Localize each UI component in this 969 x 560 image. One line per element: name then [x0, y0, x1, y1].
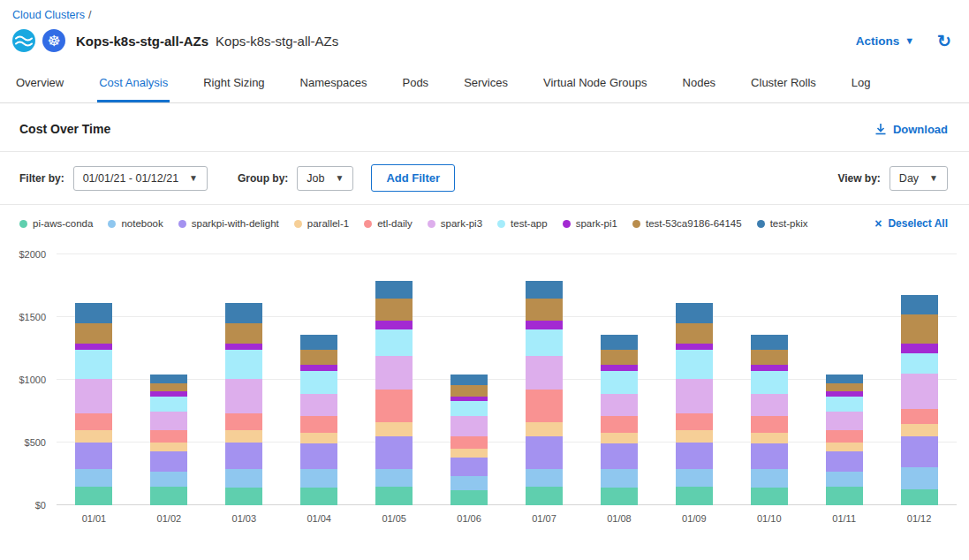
bar-segment-parallel-1[interactable]	[526, 422, 563, 436]
bar-segment-pi-aws-conda[interactable]	[375, 487, 413, 505]
bar-segment-test-pkix[interactable]	[751, 335, 788, 350]
bar-segment-spark-pi3[interactable]	[75, 379, 112, 414]
date-range-select[interactable]: 01/01/21 - 01/12/21 ▼	[73, 166, 208, 191]
legend-item-test-53ca9186-64145[interactable]: test-53ca9186-64145	[632, 218, 742, 229]
bar-segment-spark-pi1[interactable]	[375, 321, 413, 329]
bar-segment-spark-pi3[interactable]	[901, 374, 938, 409]
bar-segment-notebook[interactable]	[826, 472, 863, 487]
bar-segment-test-app[interactable]	[375, 329, 413, 356]
tab-overview[interactable]: Overview	[14, 63, 65, 102]
bar-segment-test-app[interactable]	[601, 371, 638, 394]
bar-segment-test-53ca9186-64145[interactable]	[75, 323, 112, 344]
bar-segment-parallel-1[interactable]	[300, 433, 337, 444]
bar-segment-spark-pi3[interactable]	[601, 394, 638, 417]
bar-segment-etl-daily[interactable]	[826, 430, 863, 443]
bar-segment-test-pkix[interactable]	[225, 303, 262, 323]
download-button[interactable]: Download	[874, 123, 948, 136]
legend-item-parallel-1[interactable]: parallel-1	[294, 218, 349, 229]
bar-segment-parallel-1[interactable]	[450, 449, 488, 458]
bar-segment-test-pkix[interactable]	[300, 335, 337, 350]
stacked-bar[interactable]	[75, 303, 112, 505]
tab-log[interactable]: Log	[850, 63, 873, 102]
bar-segment-parallel-1[interactable]	[901, 424, 938, 436]
bar-segment-sparkpi-with-delight[interactable]	[826, 451, 863, 472]
bar-segment-sparkpi-with-delight[interactable]	[601, 443, 638, 468]
stacked-bar[interactable]	[826, 375, 863, 505]
bar-segment-notebook[interactable]	[300, 469, 337, 488]
bar-segment-test-app[interactable]	[300, 371, 337, 394]
bar-segment-spark-pi3[interactable]	[300, 394, 337, 417]
tab-namespaces[interactable]: Namespaces	[299, 63, 369, 102]
add-filter-button[interactable]: Add Filter	[371, 164, 455, 192]
bar-segment-spark-pi3[interactable]	[225, 379, 262, 414]
bar-segment-sparkpi-with-delight[interactable]	[150, 451, 187, 472]
bar-segment-etl-daily[interactable]	[601, 416, 638, 432]
stacked-bar[interactable]	[300, 335, 337, 505]
tab-cluster-rolls[interactable]: Cluster Rolls	[749, 63, 818, 102]
bar-segment-spark-pi3[interactable]	[150, 412, 187, 430]
bar-segment-pi-aws-conda[interactable]	[526, 487, 563, 505]
stacked-bar[interactable]	[225, 303, 262, 505]
bar-segment-spark-pi3[interactable]	[375, 356, 413, 390]
legend-item-test-app[interactable]: test-app	[497, 218, 548, 229]
bar-segment-pi-aws-conda[interactable]	[450, 490, 488, 505]
bar-segment-notebook[interactable]	[150, 472, 187, 487]
stacked-bar[interactable]	[526, 281, 563, 505]
bar-segment-notebook[interactable]	[901, 467, 938, 488]
bar-segment-test-app[interactable]	[901, 353, 938, 374]
stacked-bar[interactable]	[601, 335, 638, 505]
bar-segment-test-pkix[interactable]	[375, 281, 413, 299]
bar-segment-sparkpi-with-delight[interactable]	[751, 443, 788, 468]
bar-segment-etl-daily[interactable]	[450, 436, 488, 449]
bar-segment-spark-pi3[interactable]	[526, 356, 563, 390]
bar-segment-test-app[interactable]	[826, 397, 863, 412]
bar-segment-parallel-1[interactable]	[751, 433, 788, 444]
bar-segment-pi-aws-conda[interactable]	[901, 489, 938, 505]
legend-item-spark-pi3[interactable]: spark-pi3	[428, 218, 482, 229]
bar-segment-test-app[interactable]	[150, 397, 187, 412]
legend-item-pi-aws-conda[interactable]: pi-aws-conda	[19, 218, 93, 229]
bar-segment-etl-daily[interactable]	[150, 430, 187, 443]
bar-segment-spark-pi1[interactable]	[751, 365, 788, 371]
bar-segment-sparkpi-with-delight[interactable]	[375, 436, 413, 469]
bar-segment-test-pkix[interactable]	[75, 303, 112, 323]
deselect-all-button[interactable]: × Deselect All	[874, 217, 948, 230]
bar-segment-test-app[interactable]	[225, 350, 262, 379]
bar-segment-pi-aws-conda[interactable]	[225, 488, 262, 505]
stacked-bar[interactable]	[375, 281, 413, 505]
bar-segment-test-pkix[interactable]	[601, 335, 638, 350]
bar-segment-notebook[interactable]	[601, 469, 638, 488]
bar-segment-pi-aws-conda[interactable]	[826, 487, 863, 505]
bar-segment-spark-pi3[interactable]	[751, 394, 788, 417]
bar-segment-parallel-1[interactable]	[75, 430, 112, 443]
legend-item-sparkpi-with-delight[interactable]: sparkpi-with-delight	[178, 218, 279, 229]
bar-segment-test-53ca9186-64145[interactable]	[150, 383, 187, 391]
bar-segment-pi-aws-conda[interactable]	[75, 487, 112, 505]
bar-segment-test-pkix[interactable]	[150, 375, 187, 383]
bar-segment-spark-pi3[interactable]	[450, 416, 488, 436]
bar-segment-parallel-1[interactable]	[601, 433, 638, 444]
actions-button[interactable]: Actions ▼	[856, 34, 914, 48]
bar-segment-spark-pi1[interactable]	[676, 344, 713, 350]
bar-segment-spark-pi1[interactable]	[601, 365, 638, 371]
bar-segment-test-53ca9186-64145[interactable]	[375, 299, 413, 322]
bar-segment-test-53ca9186-64145[interactable]	[526, 299, 563, 322]
bar-segment-etl-daily[interactable]	[526, 390, 563, 422]
bar-segment-test-app[interactable]	[676, 350, 713, 379]
tab-virtual-node-groups[interactable]: Virtual Node Groups	[541, 63, 649, 102]
bar-segment-sparkpi-with-delight[interactable]	[225, 443, 262, 469]
bar-segment-test-53ca9186-64145[interactable]	[901, 314, 938, 344]
bar-segment-spark-pi1[interactable]	[75, 344, 112, 350]
stacked-bar[interactable]	[676, 303, 713, 505]
stacked-bar[interactable]	[901, 295, 938, 506]
bar-segment-test-app[interactable]	[75, 350, 112, 379]
bar-segment-test-pkix[interactable]	[526, 281, 563, 299]
bar-segment-spark-pi1[interactable]	[225, 344, 262, 350]
tab-pods[interactable]: Pods	[400, 63, 430, 102]
bar-segment-spark-pi1[interactable]	[526, 321, 563, 329]
bar-segment-parallel-1[interactable]	[676, 430, 713, 443]
bar-segment-pi-aws-conda[interactable]	[601, 488, 638, 505]
bar-segment-etl-daily[interactable]	[300, 416, 337, 432]
bar-segment-sparkpi-with-delight[interactable]	[901, 436, 938, 468]
tab-services[interactable]: Services	[462, 63, 510, 102]
